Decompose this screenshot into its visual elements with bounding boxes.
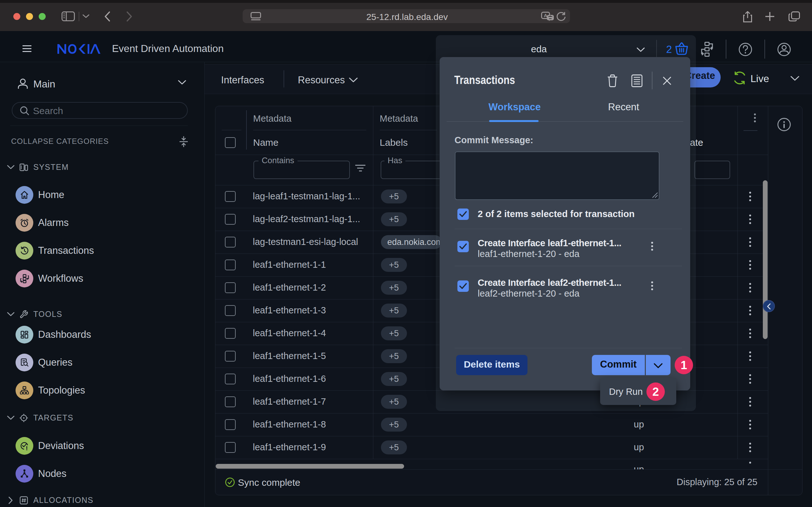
- svg-text:A: A: [544, 13, 548, 18]
